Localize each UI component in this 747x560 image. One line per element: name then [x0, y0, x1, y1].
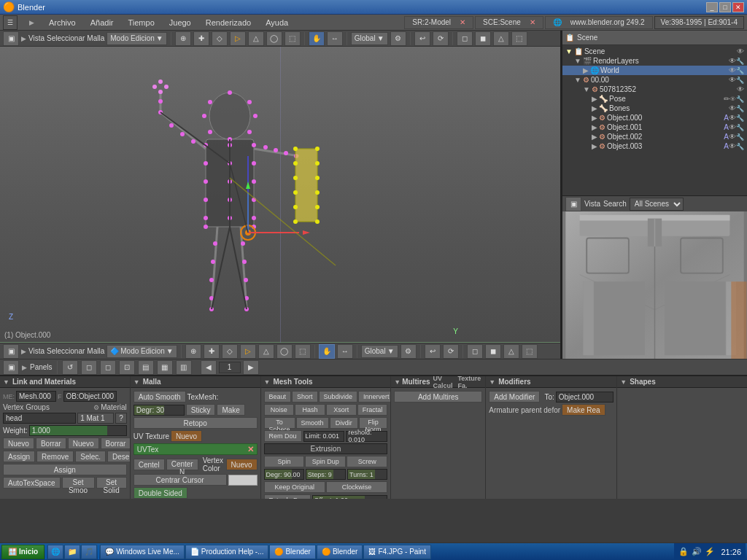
vp-tool-1[interactable]: ⊕	[185, 344, 201, 359]
props-icon[interactable]: ▣	[3, 360, 19, 375]
sticky-btn[interactable]: Sticky	[186, 404, 216, 416]
fractal-btn[interactable]: Fractal	[357, 404, 388, 416]
panels-btn-4[interactable]: ⊡	[119, 360, 135, 375]
set-smoo-btn[interactable]: Set Smoo	[62, 477, 95, 489]
mat-link-icon[interactable]: ⚙	[93, 404, 99, 411]
panels-btn-5[interactable]: ▤	[138, 360, 154, 375]
rem-dou-btn[interactable]: Rem Dou	[264, 430, 302, 442]
snap-a[interactable]: ↩	[425, 344, 441, 359]
subdivide-btn[interactable]: Subdivide	[319, 391, 358, 402]
tab-scene-close[interactable]: ✕	[527, 17, 538, 28]
minimize-button[interactable]: _	[706, 2, 718, 12]
outliner-renderlayers[interactable]: ▼ 🎬 RenderLayers 👁 🔧	[562, 56, 747, 66]
menu-juego[interactable]: Juego	[166, 17, 194, 28]
group-field[interactable]: head	[3, 413, 76, 424]
outliner-obj000[interactable]: ▶ ⚙ Object.000 A 👁 🔧	[562, 113, 747, 122]
spin-degr-field[interactable]: Degr: 90.00	[264, 469, 304, 480]
to-value[interactable]: Object.000	[556, 392, 614, 402]
outliner-bones[interactable]: ▶ 🦴 Bones 👁 🔧	[562, 104, 747, 113]
turns-field[interactable]: Turns: 1	[347, 469, 387, 480]
panels-btn-3[interactable]: ◻	[100, 360, 116, 375]
search-label[interactable]: Search	[603, 200, 627, 208]
vp-tool-6[interactable]: ◯	[276, 344, 293, 359]
vp-malla[interactable]: Malla	[87, 347, 104, 355]
keep-original-btn[interactable]: Keep Original	[264, 481, 325, 493]
divdir-btn[interactable]: Divdir	[330, 417, 358, 429]
mat-help-btn[interactable]: ?	[115, 413, 127, 424]
assign-btn[interactable]: Assign	[3, 451, 35, 462]
menu-icon[interactable]: ☰	[3, 15, 18, 30]
view-btn-3[interactable]: ◇	[212, 31, 228, 46]
to-sphere-btn[interactable]: To Sphere	[264, 417, 295, 429]
centrar-cursor-btn[interactable]: Centrar Cursor	[133, 474, 227, 486]
panels-btn-1[interactable]: ↺	[62, 360, 78, 375]
move-btn[interactable]: ↔	[327, 31, 343, 46]
vp-move-tool[interactable]: ↔	[337, 344, 353, 359]
vista-right-label[interactable]: Vista	[584, 200, 600, 208]
auto-smooth-btn[interactable]: Auto Smooth	[133, 391, 186, 402]
viewport-seleccionar[interactable]: Seleccionar	[47, 34, 85, 42]
center-n-btn[interactable]: Center N	[166, 459, 198, 470]
vp-tool-2[interactable]: ✚	[204, 344, 220, 359]
taskbar-blender-2[interactable]: 🟠 Blender	[317, 545, 363, 559]
viewport-tab-scene[interactable]: SCE:Scene ✕	[475, 16, 543, 29]
outliner-pose[interactable]: ▶ 🦴 Pose ✏ 👁 🔧	[562, 94, 747, 104]
add-multires-btn[interactable]: Add Multires	[394, 391, 482, 402]
frame-prev[interactable]: ◀	[201, 360, 217, 375]
shading-c[interactable]: △	[503, 344, 519, 359]
uv-nuevo-btn[interactable]: Nuevo	[171, 430, 202, 442]
shading-d[interactable]: ⬚	[522, 344, 538, 359]
vp-cursor-tool[interactable]: ✋	[319, 344, 335, 359]
quick-ie[interactable]: 🌐	[47, 545, 63, 559]
borrar-btn-1[interactable]: Borrar	[36, 438, 66, 449]
flip-norm-btn[interactable]: Flip Norm	[359, 417, 387, 429]
menu-ayuda[interactable]: Ayuda	[263, 17, 291, 28]
vp-seleccionar[interactable]: Seleccionar	[47, 347, 85, 355]
threshold-field[interactable]: reshold: 0.010	[346, 431, 387, 442]
vp-tool-4[interactable]: ▷	[240, 344, 256, 359]
vc-nuevo-btn[interactable]: Nuevo	[226, 459, 258, 470]
menu-renderizado[interactable]: Renderizado	[203, 17, 254, 28]
retopo-btn[interactable]: Retopo	[133, 417, 258, 429]
outliner-scene[interactable]: ▼ 📋 Scene 👁	[562, 47, 747, 56]
panels-btn-7[interactable]: ▥	[176, 360, 192, 375]
outliner-00[interactable]: ▼ ⚙ 00.00 👁 🔧	[562, 75, 747, 85]
modo-edicion-dropdown[interactable]: Modo Edicion ▼	[107, 32, 167, 45]
uv-tex-value[interactable]: UVTex ✕	[133, 443, 258, 455]
nuevo-btn-2[interactable]: Nuevo	[68, 438, 99, 449]
set-solid-btn[interactable]: Set Solid	[96, 477, 127, 489]
mat-field[interactable]: 1 Mat 1	[77, 413, 114, 424]
global-btn[interactable]: Global ▼	[361, 345, 398, 358]
view-btn-4[interactable]: ▷	[230, 31, 246, 46]
frame-next[interactable]: ▶	[243, 360, 259, 375]
outliner-obj002[interactable]: ▶ ⚙ Object.002 A 👁 🔧	[562, 132, 747, 141]
assign-btn2[interactable]: Assign	[3, 464, 127, 475]
viewport-tab-model[interactable]: SR:2-Model ✕	[404, 16, 473, 29]
vp-icon[interactable]: ▣	[3, 344, 19, 359]
viewport-icon-btn-1[interactable]: ▣	[3, 31, 19, 46]
shading-a[interactable]: ◻	[467, 344, 483, 359]
viewport-3d[interactable]: Z Y (1) Object.000	[0, 47, 560, 343]
shading-btn-3[interactable]: △	[493, 31, 509, 46]
make-btn[interactable]: Make	[217, 404, 244, 416]
deselect-btn[interactable]: Desel.	[107, 451, 130, 462]
uv-tex-close[interactable]: ✕	[247, 445, 254, 454]
panels-label[interactable]: Panels	[30, 363, 53, 371]
vp-vista[interactable]: Vista	[28, 347, 44, 355]
panels-btn-6[interactable]: ▦	[157, 360, 173, 375]
view-btn-7[interactable]: ⬚	[285, 31, 301, 46]
clockwise-btn[interactable]: Clockwise	[326, 481, 387, 493]
weight-field[interactable]: 1.000	[29, 425, 127, 436]
settings-btn-2[interactable]: ⚙	[400, 344, 417, 359]
shading-btn-4[interactable]: ⬚	[511, 31, 527, 46]
smooth-btn[interactable]: Smooth	[296, 417, 329, 429]
autotex-btn[interactable]: AutoTexSpace	[3, 477, 61, 489]
double-sided-btn[interactable]: Double Sided	[133, 487, 187, 499]
quick-media[interactable]: 🎵	[81, 545, 97, 559]
quick-folder[interactable]: 📁	[64, 545, 80, 559]
vp-tool-3[interactable]: ◇	[222, 344, 238, 359]
settings-btn[interactable]: ⚙	[390, 31, 406, 46]
outliner-obj003[interactable]: ▶ ⚙ Object.003 A 👁 🔧	[562, 141, 747, 151]
menu-anadir[interactable]: Añadir	[88, 17, 117, 28]
tab-model-close[interactable]: ✕	[457, 17, 468, 28]
